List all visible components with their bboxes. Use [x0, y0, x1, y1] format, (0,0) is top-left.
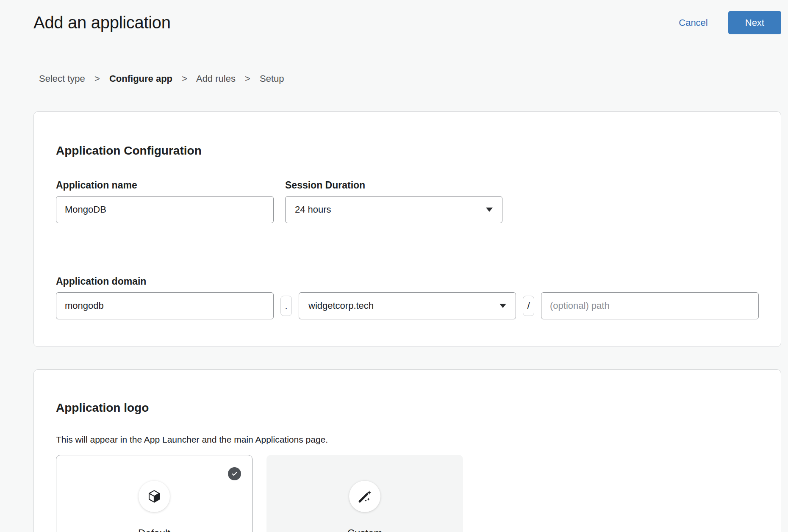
session-duration-select[interactable]: 24 hours: [285, 196, 502, 223]
application-domain-label: Application domain: [56, 276, 759, 287]
logo-option-custom-label: Custom: [347, 527, 383, 532]
logo-option-default-label: Default: [138, 527, 170, 532]
check-icon: [228, 467, 241, 480]
app-config-heading: Application Configuration: [56, 144, 759, 158]
page-header: Add an application Cancel Next: [0, 0, 788, 34]
application-name-input[interactable]: [56, 196, 274, 223]
breadcrumb-separator: >: [245, 73, 250, 84]
next-button[interactable]: Next: [728, 11, 781, 34]
name-session-row: Application name Session Duration 24 hou…: [56, 180, 759, 223]
path-input[interactable]: [541, 292, 759, 319]
logo-option-custom[interactable]: Custom: [266, 455, 463, 532]
page: Add an application Cancel Next Select ty…: [0, 0, 788, 532]
breadcrumb: Select type > Configure app > Add rules …: [39, 73, 788, 84]
app-logo-heading: Application logo: [56, 401, 759, 415]
app-logo-description: This will appear in the App Launcher and…: [56, 434, 759, 445]
cancel-button[interactable]: Cancel: [679, 17, 708, 28]
breadcrumb-step-add-rules[interactable]: Add rules: [196, 73, 236, 84]
subdomain-input[interactable]: [56, 292, 274, 319]
breadcrumb-separator: >: [182, 73, 187, 84]
session-duration-field: Session Duration 24 hours: [285, 180, 502, 223]
application-domain-row: . widgetcorp.tech /: [56, 292, 759, 319]
breadcrumb-step-select-type[interactable]: Select type: [39, 73, 85, 84]
domain-select[interactable]: widgetcorp.tech: [299, 292, 516, 319]
breadcrumb-step-configure-app[interactable]: Configure app: [109, 73, 172, 84]
breadcrumb-step-setup[interactable]: Setup: [260, 73, 284, 84]
header-actions: Cancel Next: [679, 11, 781, 34]
app-config-card: Application Configuration Application na…: [33, 111, 781, 347]
chevron-down-icon: [486, 208, 493, 212]
domain-select-value: widgetcorp.tech: [308, 300, 374, 311]
application-name-field: Application name: [56, 180, 274, 223]
breadcrumb-separator: >: [94, 73, 100, 84]
application-name-label: Application name: [56, 180, 274, 191]
session-duration-label: Session Duration: [285, 180, 502, 191]
domain-dot-separator: .: [280, 296, 292, 316]
session-duration-value: 24 hours: [295, 204, 331, 215]
magic-wand-icon: [349, 481, 380, 512]
domain-slash-separator: /: [523, 296, 534, 316]
logo-options: Default Custom: [56, 455, 759, 532]
app-logo-card: Application logo This will appear in the…: [33, 369, 781, 532]
cube-icon: [139, 481, 170, 512]
logo-option-default[interactable]: Default: [56, 455, 252, 532]
chevron-down-icon: [499, 304, 506, 308]
page-title: Add an application: [33, 13, 171, 32]
